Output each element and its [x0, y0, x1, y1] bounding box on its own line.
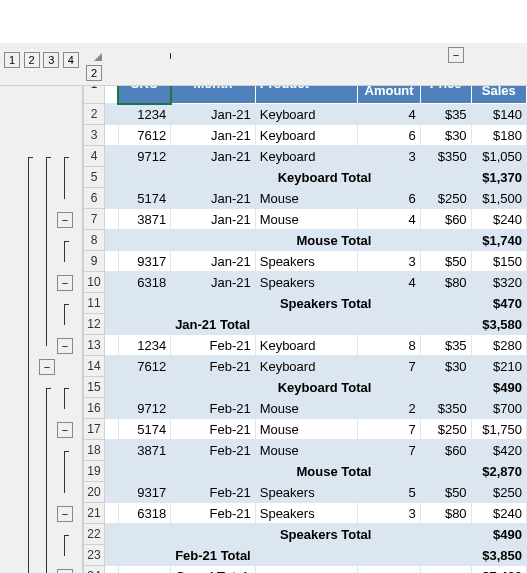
cell[interactable]: $240 — [471, 503, 526, 524]
cell[interactable]: $1,370 — [471, 167, 526, 188]
cell[interactable]: Feb-21 — [171, 440, 256, 461]
cell[interactable]: $30 — [420, 125, 471, 146]
cell[interactable]: Mouse — [255, 398, 358, 419]
row-header-23[interactable]: 23 — [84, 545, 105, 566]
cell[interactable] — [420, 524, 471, 545]
cell[interactable]: Keyboard Total — [255, 377, 358, 398]
cell[interactable] — [171, 167, 256, 188]
cell[interactable]: 7612 — [118, 125, 170, 146]
cell[interactable] — [105, 146, 119, 167]
cell[interactable]: 7 — [358, 440, 420, 461]
cell[interactable] — [420, 545, 471, 566]
row-header-3[interactable]: 3 — [84, 125, 105, 146]
cell[interactable] — [105, 230, 119, 251]
cell[interactable]: 9712 — [118, 398, 170, 419]
cell[interactable]: $80 — [420, 272, 471, 293]
cell[interactable] — [255, 566, 358, 574]
cell[interactable]: Feb-21 — [171, 482, 256, 503]
cell[interactable] — [420, 314, 471, 335]
cell[interactable]: 1234 — [118, 104, 170, 125]
cell[interactable]: $1,050 — [471, 146, 526, 167]
cell[interactable] — [105, 545, 119, 566]
cell[interactable]: Keyboard — [255, 146, 358, 167]
cell[interactable] — [118, 230, 170, 251]
row-group-collapse-button[interactable]: − — [57, 422, 73, 438]
cell[interactable]: $350 — [420, 398, 471, 419]
cell[interactable] — [105, 167, 119, 188]
cell[interactable]: $50 — [420, 251, 471, 272]
cell[interactable] — [105, 188, 119, 209]
cell[interactable]: Jan-21 — [171, 104, 256, 125]
cell[interactable]: $35 — [420, 335, 471, 356]
cell[interactable]: $250 — [420, 419, 471, 440]
cell[interactable]: $250 — [471, 482, 526, 503]
row-group-collapse-button[interactable]: − — [39, 359, 55, 375]
row-header-19[interactable]: 19 — [84, 461, 105, 482]
cell[interactable] — [105, 314, 119, 335]
cell[interactable] — [171, 461, 256, 482]
cell[interactable] — [105, 209, 119, 230]
cell[interactable]: 4 — [358, 209, 420, 230]
cell[interactable] — [358, 566, 420, 574]
cell[interactable] — [105, 398, 119, 419]
cell[interactable] — [105, 482, 119, 503]
cell[interactable]: Jan-21 — [171, 125, 256, 146]
cell[interactable] — [118, 545, 170, 566]
row-header-20[interactable]: 20 — [84, 482, 105, 503]
row-header-22[interactable]: 22 — [84, 524, 105, 545]
cell[interactable] — [358, 314, 420, 335]
cell[interactable] — [105, 104, 119, 125]
cell[interactable]: Jan-21 Total — [171, 314, 256, 335]
cell[interactable]: Mouse Total — [255, 230, 358, 251]
row-header-18[interactable]: 18 — [84, 440, 105, 461]
cell[interactable]: $3,580 — [471, 314, 526, 335]
cell[interactable]: 3 — [358, 251, 420, 272]
cell[interactable] — [105, 335, 119, 356]
row-header-12[interactable]: 12 — [84, 314, 105, 335]
cell[interactable]: 9712 — [118, 146, 170, 167]
cell[interactable] — [171, 377, 256, 398]
row-level-1-button[interactable]: 1 — [4, 52, 20, 68]
cell[interactable]: $50 — [420, 482, 471, 503]
cell[interactable]: $350 — [420, 146, 471, 167]
row-header-7[interactable]: 7 — [84, 209, 105, 230]
cell[interactable]: $150 — [471, 251, 526, 272]
row-header-2[interactable]: 2 — [84, 104, 105, 125]
cell[interactable]: Speakers — [255, 272, 358, 293]
row-level-3-button[interactable]: 3 — [43, 52, 59, 68]
cell[interactable]: $320 — [471, 272, 526, 293]
cell[interactable] — [118, 524, 170, 545]
cell[interactable] — [105, 251, 119, 272]
cell[interactable]: 7612 — [118, 356, 170, 377]
cell[interactable] — [118, 377, 170, 398]
cell[interactable] — [171, 230, 256, 251]
cell[interactable]: Keyboard — [255, 335, 358, 356]
cell[interactable]: 6 — [358, 125, 420, 146]
row-header-24[interactable]: 24 — [84, 566, 105, 574]
cell[interactable] — [105, 377, 119, 398]
cell[interactable]: 3 — [358, 146, 420, 167]
cell[interactable]: 4 — [358, 272, 420, 293]
cell[interactable]: Feb-21 Total — [171, 545, 256, 566]
row-header-17[interactable]: 17 — [84, 419, 105, 440]
cell[interactable] — [420, 230, 471, 251]
cell[interactable]: 7 — [358, 419, 420, 440]
row-header-16[interactable]: 16 — [84, 398, 105, 419]
row-level-4-button[interactable]: 4 — [63, 52, 79, 68]
cell[interactable]: 3871 — [118, 440, 170, 461]
cell[interactable]: 8 — [358, 335, 420, 356]
row-header-13[interactable]: 13 — [84, 335, 105, 356]
cell[interactable] — [118, 293, 170, 314]
cell[interactable]: $470 — [471, 293, 526, 314]
cell[interactable] — [420, 461, 471, 482]
cell[interactable] — [105, 125, 119, 146]
cell[interactable]: $60 — [420, 440, 471, 461]
cell[interactable] — [358, 545, 420, 566]
cell[interactable]: $1,740 — [471, 230, 526, 251]
cell[interactable]: 2 — [358, 398, 420, 419]
cell[interactable]: Speakers — [255, 482, 358, 503]
col-level-2-button[interactable]: 2 — [86, 65, 102, 81]
cell[interactable]: 6318 — [118, 272, 170, 293]
cell[interactable]: Speakers — [255, 251, 358, 272]
cell[interactable]: $490 — [471, 377, 526, 398]
